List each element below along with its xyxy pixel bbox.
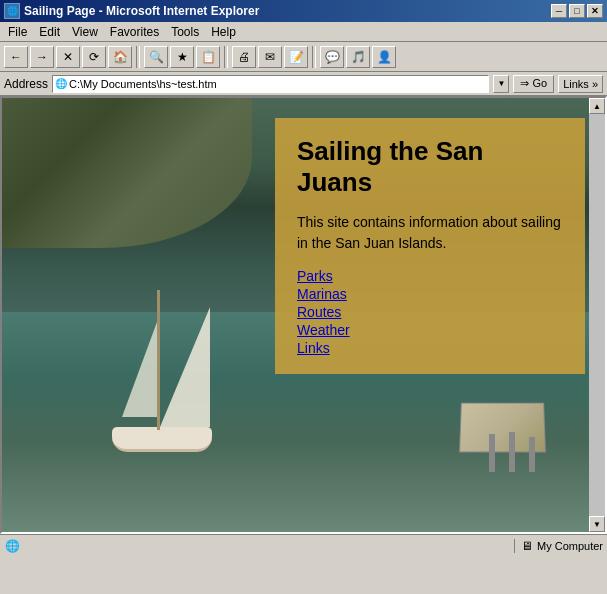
- title-bar: 🌐 Sailing Page - Microsoft Internet Expl…: [0, 0, 607, 22]
- forward-button[interactable]: →: [30, 46, 54, 68]
- dock-post-2: [509, 432, 515, 472]
- nav-link-links[interactable]: Links: [297, 340, 563, 356]
- minimize-button[interactable]: ─: [551, 4, 567, 18]
- nav-links: Parks Marinas Routes Weather Links: [297, 268, 563, 356]
- address-page-icon: 🌐: [55, 78, 67, 89]
- dock-post-3: [489, 434, 495, 472]
- address-label: Address: [4, 77, 48, 91]
- menu-tools[interactable]: Tools: [165, 23, 205, 41]
- window-controls: ─ □ ✕: [551, 4, 603, 18]
- sailboat: [102, 292, 222, 452]
- browser-icon: 🌐: [4, 3, 20, 19]
- status-zone: 🖥 My Computer: [514, 539, 603, 553]
- address-dropdown[interactable]: ▼: [493, 75, 509, 93]
- favorites-button[interactable]: ★: [170, 46, 194, 68]
- history-button[interactable]: 📋: [196, 46, 220, 68]
- boat-sail-main: [160, 307, 210, 427]
- menu-bar: File Edit View Favorites Tools Help: [0, 22, 607, 42]
- status-browser-icon: 🌐: [4, 538, 20, 554]
- links-label: Links »: [563, 78, 598, 90]
- zone-text: My Computer: [537, 540, 603, 552]
- refresh-button[interactable]: ⟳: [82, 46, 106, 68]
- search-button[interactable]: 🔍: [144, 46, 168, 68]
- nav-link-weather[interactable]: Weather: [297, 322, 563, 338]
- home-button[interactable]: 🏠: [108, 46, 132, 68]
- address-bar: Address 🌐 C:\My Documents\hs~test.htm ▼ …: [0, 72, 607, 96]
- mail-button[interactable]: ✉: [258, 46, 282, 68]
- menu-edit[interactable]: Edit: [33, 23, 66, 41]
- computer-icon: 🖥: [521, 539, 533, 553]
- go-button[interactable]: ⇒ Go: [513, 75, 554, 93]
- scroll-down-button[interactable]: ▼: [589, 516, 605, 532]
- profile-button[interactable]: 👤: [372, 46, 396, 68]
- dock-post-1: [529, 437, 535, 472]
- nav-link-marinas[interactable]: Marinas: [297, 286, 563, 302]
- dock: [445, 392, 545, 472]
- scroll-up-button[interactable]: ▲: [589, 98, 605, 114]
- back-button[interactable]: ←: [4, 46, 28, 68]
- content-box: Sailing the San Juans This site contains…: [275, 118, 585, 374]
- edit-button[interactable]: 📝: [284, 46, 308, 68]
- menu-help[interactable]: Help: [205, 23, 242, 41]
- scroll-track[interactable]: [589, 114, 605, 516]
- boat-sail-fore: [122, 322, 157, 417]
- stop-button[interactable]: ✕: [56, 46, 80, 68]
- toolbar: ← → ✕ ⟳ 🏠 🔍 ★ 📋 🖨 ✉ 📝 💬 🎵 👤: [0, 42, 607, 72]
- page-description: This site contains information about sai…: [297, 212, 563, 254]
- separator-3: [312, 46, 316, 68]
- title-bar-left: 🌐 Sailing Page - Microsoft Internet Expl…: [4, 3, 259, 19]
- discuss-button[interactable]: 💬: [320, 46, 344, 68]
- window-title: Sailing Page - Microsoft Internet Explor…: [24, 4, 259, 18]
- browser-icon-glyph: 🌐: [7, 6, 18, 16]
- menu-file[interactable]: File: [2, 23, 33, 41]
- page-title: Sailing the San Juans: [297, 136, 563, 198]
- menu-view[interactable]: View: [66, 23, 104, 41]
- maximize-button[interactable]: □: [569, 4, 585, 18]
- separator-1: [136, 46, 140, 68]
- separator-2: [224, 46, 228, 68]
- browser-content: Sailing the San Juans This site contains…: [0, 96, 607, 534]
- close-button[interactable]: ✕: [587, 4, 603, 18]
- menu-favorites[interactable]: Favorites: [104, 23, 165, 41]
- status-bar: 🌐 🖥 My Computer: [0, 534, 607, 556]
- status-left: 🌐: [4, 538, 510, 554]
- media-button[interactable]: 🎵: [346, 46, 370, 68]
- scrollbar-vertical[interactable]: ▲ ▼: [589, 98, 605, 532]
- nav-link-parks[interactable]: Parks: [297, 268, 563, 284]
- nav-link-routes[interactable]: Routes: [297, 304, 563, 320]
- links-button[interactable]: Links »: [558, 75, 603, 93]
- address-input[interactable]: C:\My Documents\hs~test.htm: [69, 78, 486, 90]
- boat-hull: [112, 427, 212, 452]
- print-button[interactable]: 🖨: [232, 46, 256, 68]
- status-icon-glyph: 🌐: [5, 539, 20, 553]
- address-input-wrap: 🌐 C:\My Documents\hs~test.htm: [52, 75, 489, 93]
